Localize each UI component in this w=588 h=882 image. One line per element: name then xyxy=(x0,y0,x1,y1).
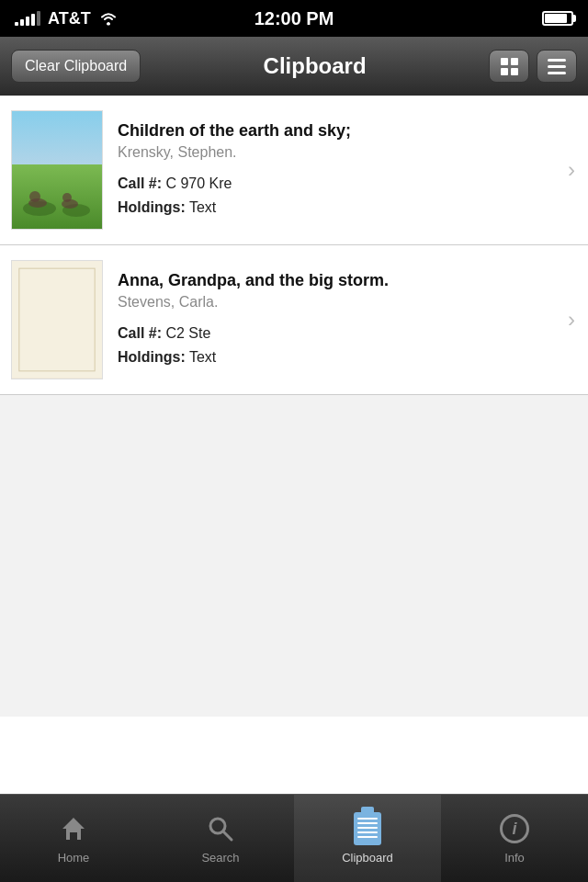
svg-line-9 xyxy=(223,831,232,840)
status-right xyxy=(542,11,573,26)
clipboard-icon xyxy=(354,812,381,845)
book-cover-illustration-2 xyxy=(12,260,102,379)
status-bar: AT&T 12:00 PM xyxy=(0,0,588,37)
tab-search-label: Search xyxy=(201,851,239,865)
info-tab-icon-wrapper: i xyxy=(498,812,531,845)
clipboard-tab-icon-wrapper xyxy=(351,812,384,845)
clear-clipboard-button[interactable]: Clear Clipboard xyxy=(11,50,141,83)
book-title-1: Children of the earth and sky; xyxy=(118,121,549,141)
tab-info[interactable]: i Info xyxy=(441,795,588,882)
status-left: AT&T xyxy=(15,9,119,28)
book-cover-1: Children of theEarth and Sky xyxy=(11,110,103,230)
svg-point-5 xyxy=(62,199,78,209)
tab-clipboard-label: Clipboard xyxy=(342,851,393,865)
tab-bar: Home Search Clipboard i Info xyxy=(0,794,588,882)
tab-home-label: Home xyxy=(58,851,90,865)
book-item-2[interactable]: Anna, Grandpa, and the big storm. Steven… xyxy=(0,245,588,395)
grid-icon xyxy=(497,54,522,79)
book-call-2: Call #: C2 Ste xyxy=(118,322,549,345)
info-icon: i xyxy=(500,814,529,843)
chevron-icon-2: › xyxy=(568,307,575,333)
hamburger-icon xyxy=(542,55,571,78)
book-author-2: Stevens, Carla. xyxy=(118,294,549,311)
carrier-label: AT&T xyxy=(48,9,91,28)
home-icon xyxy=(57,812,90,845)
book-holdings-2: Holdings: Text xyxy=(118,345,549,369)
toolbar: Clear Clipboard Clipboard xyxy=(0,37,588,96)
wifi-icon xyxy=(98,11,119,26)
book-list: Children of theEarth and Sky Children of… xyxy=(0,96,588,395)
tab-clipboard[interactable]: Clipboard xyxy=(294,795,441,882)
battery-icon xyxy=(542,11,573,26)
book-holdings-1: Holdings: Text xyxy=(118,196,549,220)
book-info-2: Anna, Grandpa, and the big storm. Steven… xyxy=(118,271,577,368)
signal-bars xyxy=(15,11,40,26)
grid-view-button[interactable] xyxy=(489,50,529,83)
tab-home[interactable]: Home xyxy=(0,795,147,882)
status-time: 12:00 PM xyxy=(254,8,334,29)
toolbar-icons xyxy=(489,50,577,83)
book-title-2: Anna, Grandpa, and the big storm. xyxy=(118,271,549,290)
tab-info-label: Info xyxy=(504,851,525,865)
book-author-1: Krensky, Stephen. xyxy=(118,144,549,161)
menu-button[interactable] xyxy=(537,50,577,83)
book-info-1: Children of the earth and sky; Krensky, … xyxy=(118,121,577,219)
book-call-1: Call #: C 970 Kre xyxy=(118,172,549,196)
svg-point-3 xyxy=(28,198,47,208)
toolbar-title: Clipboard xyxy=(152,53,478,79)
book-cover-2 xyxy=(11,260,103,379)
book-illustration xyxy=(12,155,102,229)
tab-search[interactable]: Search xyxy=(147,795,294,882)
empty-content-area xyxy=(0,395,588,717)
search-tab-icon xyxy=(204,812,237,845)
svg-rect-6 xyxy=(12,261,102,378)
book-item-1[interactable]: Children of theEarth and Sky Children of… xyxy=(0,96,588,245)
chevron-icon-1: › xyxy=(568,157,575,183)
